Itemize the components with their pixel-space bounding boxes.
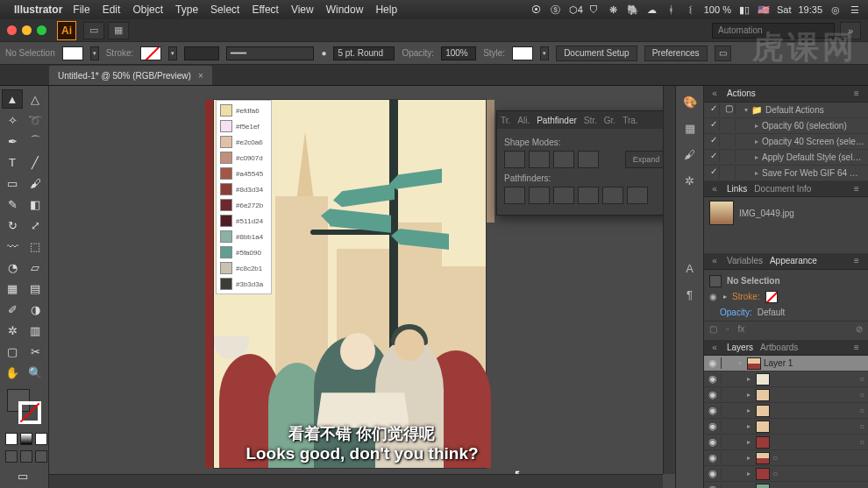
status-notifications-icon[interactable]: ☰ — [849, 4, 861, 16]
artboard-tool[interactable]: ▢ — [2, 342, 23, 361]
magic-wand-tool[interactable]: ✧ — [2, 110, 23, 130]
panel-collapse-icon[interactable]: « — [709, 256, 720, 265]
outline-button[interactable] — [602, 187, 623, 204]
visibility-toggle[interactable]: ◉ — [704, 389, 722, 400]
fill-swatch[interactable] — [62, 46, 83, 60]
palette-swatch[interactable] — [220, 246, 232, 258]
crop-button[interactable] — [578, 187, 599, 204]
line-tool[interactable]: ╱ — [25, 152, 46, 172]
layer-row[interactable]: ◉▸○ — [704, 371, 868, 387]
tab-links[interactable]: Links — [727, 184, 747, 194]
palette-row[interactable]: #c8c2b1 — [220, 262, 267, 274]
link-item[interactable]: IMG_0449.jpg — [704, 197, 868, 229]
status-spotlight-icon[interactable]: ◎ — [829, 4, 842, 16]
layer-row[interactable]: ◉▸○ — [704, 435, 868, 450]
free-transform-tool[interactable]: ⬚ — [25, 237, 46, 256]
color-mode-none[interactable] — [35, 433, 47, 445]
width-tool[interactable]: 〰 — [2, 237, 23, 256]
panel-collapse-icon[interactable]: « — [709, 184, 720, 194]
palette-swatch[interactable] — [220, 152, 232, 164]
color-palette-panel[interactable]: #efdfa6#f5e1ef#e2c0a6#c0907d#a45545#8d3d… — [216, 100, 272, 294]
brush-select[interactable]: 5 pt. Round — [333, 46, 395, 60]
expand-button[interactable]: Expand — [625, 151, 667, 168]
rectangle-tool[interactable]: ▭ — [2, 173, 23, 193]
menu-edit[interactable]: Edit — [103, 4, 121, 16]
visibility-toggle[interactable]: ◉ — [704, 405, 722, 416]
unite-button[interactable] — [504, 151, 525, 168]
palette-swatch[interactable] — [220, 215, 232, 227]
status-battery-pct[interactable]: 100 % — [704, 4, 731, 15]
menu-file[interactable]: File — [73, 4, 89, 16]
menu-select[interactable]: Select — [210, 4, 239, 16]
palette-row[interactable]: #3b3d3a — [220, 278, 267, 290]
menu-view[interactable]: View — [291, 4, 314, 16]
layer-row[interactable]: ◉▸○ — [704, 482, 868, 488]
visibility-toggle[interactable]: ◉ — [704, 421, 722, 432]
palette-swatch[interactable] — [220, 230, 232, 243]
minus-back-button[interactable] — [627, 187, 648, 204]
toolbar-arrange-icon[interactable]: ▦ — [108, 22, 129, 39]
stroke-weight-input[interactable] — [184, 46, 219, 60]
style-dropdown[interactable]: ▾ — [540, 46, 549, 60]
layer-top-row[interactable]: ◉ ▾ Layer 1 ○ — [704, 356, 868, 371]
merge-button[interactable] — [553, 187, 574, 204]
palette-swatch[interactable] — [220, 104, 232, 117]
toolbar-search[interactable]: Automation — [712, 23, 835, 39]
scale-tool[interactable]: ⤢ — [25, 216, 46, 235]
status-evernote-icon[interactable]: 🐘 — [627, 4, 639, 16]
menu-effect[interactable]: Effect — [252, 4, 278, 16]
visibility-toggle[interactable]: ◉ — [704, 357, 722, 369]
dock-brushes-icon[interactable]: 🖌 — [681, 145, 699, 163]
action-folder-row[interactable]: ✓▢▾ 📁 Default Actions — [704, 103, 868, 118]
status-battery-icon[interactable]: ▮▯ — [738, 4, 751, 16]
status-day[interactable]: Sat — [777, 4, 792, 15]
visibility-toggle[interactable]: ◉ — [704, 436, 722, 448]
toolbar-new-doc-icon[interactable]: ▭ — [83, 22, 104, 39]
fill-dropdown[interactable]: ▾ — [90, 46, 99, 60]
status-icon[interactable]: ⬡4 — [569, 4, 581, 16]
clear-icon[interactable]: ⊘ — [856, 324, 863, 334]
draw-behind[interactable] — [20, 450, 32, 463]
status-skype-icon[interactable]: ⓢ — [550, 4, 562, 17]
minus-front-button[interactable] — [529, 151, 550, 168]
window-close-button[interactable] — [7, 25, 17, 35]
menu-type[interactable]: Type — [175, 4, 198, 16]
status-cc-icon[interactable]: ☁ — [646, 4, 658, 16]
slice-tool[interactable]: ✂ — [25, 342, 46, 361]
status-flag-icon[interactable]: 🇺🇸 — [758, 4, 770, 16]
panel-menu-icon[interactable]: ≡ — [850, 256, 863, 265]
palette-swatch[interactable] — [220, 136, 232, 148]
palette-row[interactable]: #5fa090 — [220, 246, 267, 258]
tab-transparency[interactable]: Tra. — [623, 116, 637, 125]
dock-character-icon[interactable]: A — [681, 259, 699, 277]
stroke-indicator[interactable] — [18, 401, 41, 424]
status-wifi-icon[interactable]: ⧙ — [685, 4, 697, 15]
pen-tool[interactable]: ✒ — [2, 131, 23, 151]
canvas[interactable]: #efdfa6#f5e1ef#e2c0a6#c0907d#a45545#8d3d… — [49, 86, 675, 488]
opacity-input[interactable]: 100% — [441, 46, 476, 60]
palette-row[interactable]: #f5e1ef — [220, 120, 267, 132]
action-row[interactable]: ✓▸Opacity 60 (selection) — [704, 118, 868, 134]
tab-layers[interactable]: Layers — [727, 343, 753, 352]
color-mode-solid[interactable] — [5, 433, 18, 445]
tab-close-icon[interactable]: × — [198, 71, 203, 81]
paintbrush-tool[interactable]: 🖌 — [25, 173, 46, 193]
action-row[interactable]: ✓▸Apply Default Style (select... — [704, 150, 868, 166]
visibility-toggle[interactable]: ◉ — [704, 468, 722, 479]
tab-stroke[interactable]: Str. — [584, 116, 597, 125]
eyedropper-tool[interactable]: ✐ — [2, 300, 23, 319]
panel-menu-icon[interactable]: ≡ — [850, 88, 863, 98]
document-setup-button[interactable]: Document Setup — [556, 46, 637, 61]
tab-transform[interactable]: Tr. — [501, 116, 510, 125]
panel-collapse-icon[interactable]: « — [709, 343, 720, 352]
status-icon[interactable]: ⦿ — [530, 4, 543, 15]
tab-document-info[interactable]: Document Info — [754, 184, 811, 194]
style-swatch[interactable] — [512, 46, 533, 60]
mesh-tool[interactable]: ▦ — [2, 279, 23, 298]
toolbar-collapse-icon[interactable]: » — [840, 22, 861, 39]
stroke-dropdown[interactable]: ▾ — [168, 46, 177, 60]
palette-row[interactable]: #c0907d — [220, 152, 267, 164]
app-name[interactable]: Illustrator — [14, 4, 62, 16]
layer-row[interactable]: ◉▸○ — [704, 450, 868, 466]
palette-row[interactable]: #e2c0a6 — [220, 136, 267, 148]
